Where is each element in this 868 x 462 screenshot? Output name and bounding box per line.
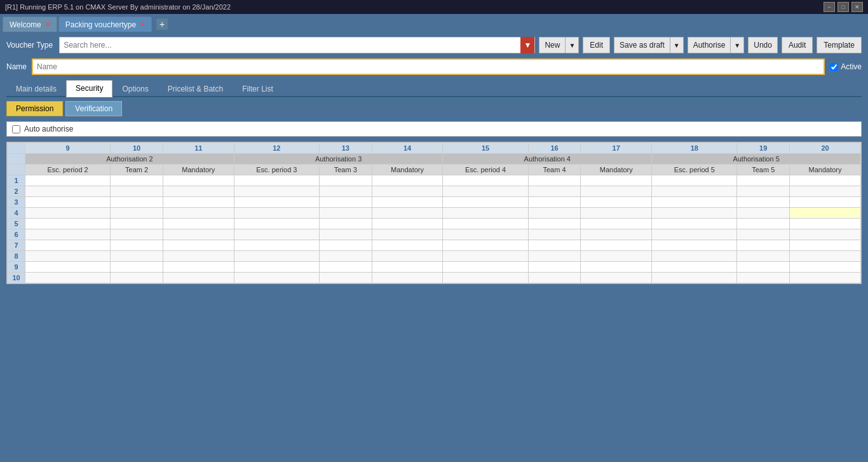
grid-cell[interactable] — [737, 229, 790, 240]
grid-cell[interactable] — [790, 208, 861, 219]
close-button[interactable]: ✕ — [851, 2, 863, 12]
grid-cell[interactable] — [737, 251, 790, 262]
grid-cell[interactable] — [652, 175, 737, 186]
grid-cell[interactable] — [528, 208, 581, 219]
grid-cell[interactable] — [443, 273, 528, 283]
grid-cell[interactable] — [234, 251, 319, 262]
new-dropdown-button[interactable]: ▼ — [565, 37, 579, 53]
grid-cell[interactable] — [790, 197, 861, 208]
grid-cell[interactable] — [581, 273, 652, 283]
grid-cell[interactable] — [737, 262, 790, 273]
grid-cell[interactable] — [319, 186, 372, 197]
grid-cell[interactable] — [790, 273, 861, 283]
grid-cell[interactable] — [652, 208, 737, 219]
grid-cell[interactable] — [528, 240, 581, 251]
grid-cell[interactable] — [737, 273, 790, 283]
grid-cell[interactable] — [528, 219, 581, 229]
undo-button[interactable]: Undo — [748, 37, 778, 53]
grid-cell[interactable] — [25, 186, 111, 197]
grid-cell[interactable] — [443, 186, 528, 197]
name-input[interactable] — [32, 58, 825, 75]
grid-cell[interactable] — [234, 186, 319, 197]
grid-cell[interactable] — [163, 229, 234, 240]
grid-cell[interactable] — [443, 208, 528, 219]
grid-cell[interactable] — [163, 251, 234, 262]
tab-welcome-close[interactable]: ✕ — [45, 21, 50, 28]
grid-cell[interactable] — [737, 197, 790, 208]
grid-cell[interactable] — [111, 186, 163, 197]
grid-cell[interactable] — [372, 262, 443, 273]
tab-add-button[interactable]: + — [156, 18, 168, 31]
grid-cell[interactable] — [319, 251, 372, 262]
grid-cell[interactable] — [319, 219, 372, 229]
grid-cell[interactable] — [581, 229, 652, 240]
grid-cell[interactable] — [319, 175, 372, 186]
grid-cell[interactable] — [372, 251, 443, 262]
grid-cell[interactable] — [25, 219, 111, 229]
grid-cell[interactable] — [443, 175, 528, 186]
grid-cell[interactable] — [528, 262, 581, 273]
grid-cell[interactable] — [234, 240, 319, 251]
grid-cell[interactable] — [443, 251, 528, 262]
grid-cell[interactable] — [737, 208, 790, 219]
grid-cell[interactable] — [319, 197, 372, 208]
grid-cell[interactable] — [443, 219, 528, 229]
grid-cell[interactable] — [581, 208, 652, 219]
grid-cell[interactable] — [581, 197, 652, 208]
grid-cell[interactable] — [372, 240, 443, 251]
authorise-button[interactable]: Authorise — [688, 37, 731, 53]
grid-cell[interactable] — [111, 208, 163, 219]
grid-cell[interactable] — [111, 240, 163, 251]
grid-cell[interactable] — [443, 262, 528, 273]
grid-cell[interactable] — [652, 219, 737, 229]
minimize-button[interactable]: − — [824, 2, 835, 12]
grid-cell[interactable] — [319, 240, 372, 251]
grid-cell[interactable] — [163, 219, 234, 229]
grid-cell[interactable] — [652, 229, 737, 240]
grid-cell[interactable] — [737, 240, 790, 251]
grid-cell[interactable] — [528, 197, 581, 208]
grid-cell[interactable] — [372, 208, 443, 219]
search-dropdown-button[interactable]: ▼ — [520, 37, 534, 53]
tab-packing[interactable]: Packing vouchertype ✕ — [58, 17, 152, 32]
grid-cell[interactable] — [528, 229, 581, 240]
grid-cell[interactable] — [25, 273, 111, 283]
tab-packing-close[interactable]: ✕ — [140, 21, 145, 28]
grid-cell[interactable] — [790, 229, 861, 240]
tab-filter-list[interactable]: Filter List — [233, 81, 283, 97]
grid-cell[interactable] — [163, 208, 234, 219]
grid-cell[interactable] — [25, 175, 111, 186]
grid-cell[interactable] — [319, 273, 372, 283]
search-input[interactable] — [60, 39, 520, 51]
grid-cell[interactable] — [528, 251, 581, 262]
grid-cell[interactable] — [790, 251, 861, 262]
grid-cell[interactable] — [111, 219, 163, 229]
grid-cell[interactable] — [163, 273, 234, 283]
save-draft-button[interactable]: Save as draft — [614, 37, 670, 53]
grid-cell[interactable] — [25, 251, 111, 262]
new-button[interactable]: New — [539, 37, 565, 53]
grid-cell[interactable] — [581, 186, 652, 197]
grid-cell[interactable] — [111, 197, 163, 208]
grid-cell[interactable] — [372, 219, 443, 229]
grid-cell[interactable] — [790, 262, 861, 273]
grid-cell[interactable] — [319, 262, 372, 273]
tab-options[interactable]: Options — [112, 81, 158, 97]
grid-cell[interactable] — [372, 175, 443, 186]
grid-cell[interactable] — [443, 240, 528, 251]
grid-cell[interactable] — [581, 251, 652, 262]
edit-button[interactable]: Edit — [583, 37, 610, 53]
grid-cell[interactable] — [652, 186, 737, 197]
perm-tab-verification[interactable]: Verification — [65, 101, 122, 116]
grid-cell[interactable] — [790, 219, 861, 229]
grid-cell[interactable] — [528, 175, 581, 186]
grid-cell[interactable] — [234, 197, 319, 208]
grid-cell[interactable] — [581, 240, 652, 251]
grid-cell[interactable] — [163, 240, 234, 251]
grid-cell[interactable] — [581, 175, 652, 186]
grid-cell[interactable] — [737, 175, 790, 186]
audit-button[interactable]: Audit — [782, 37, 813, 53]
grid-cell[interactable] — [790, 186, 861, 197]
grid-cell[interactable] — [163, 262, 234, 273]
grid-cell[interactable] — [372, 273, 443, 283]
